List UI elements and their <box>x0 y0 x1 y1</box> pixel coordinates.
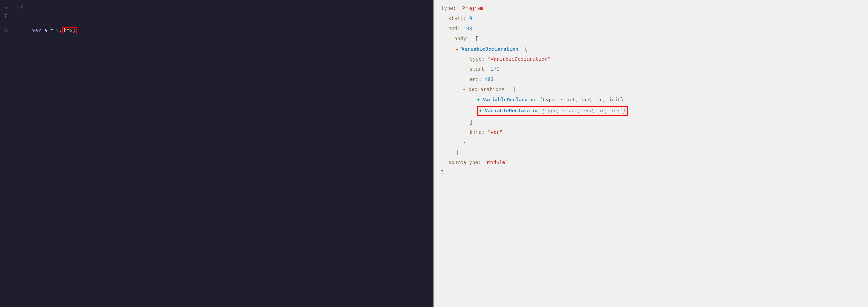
code-line-6: 6 */ <box>0 4 433 12</box>
code-editor: 6 */ 7 8 var a = 1,b=2; <box>0 0 434 307</box>
code-content-6: */ <box>14 5 23 11</box>
expand-vdeclarator2[interactable]: + <box>479 107 485 115</box>
ast-vdeclarator2: + VariableDeclarator {type, start, end, … <box>441 105 861 117</box>
ast-start: start: 0 <box>441 14 861 24</box>
ast-sourcetype: sourceType: "module" <box>441 158 861 168</box>
collapse-declarations[interactable]: - <box>463 86 469 94</box>
highlighted-vdeclarator2: + VariableDeclarator {type, start, end, … <box>477 106 628 116</box>
value-b2: b=2; <box>63 28 76 34</box>
ast-end-key: end <box>448 25 457 33</box>
ast-vdeclarator1: + VariableDeclarator {type, start, end, … <box>441 95 861 105</box>
expand-vdeclarator1[interactable]: + <box>477 96 483 104</box>
highlighted-code: b=2; <box>62 27 77 34</box>
value-1: 1, <box>56 28 62 34</box>
declarations-close-bracket: ] <box>470 118 473 126</box>
ast-vdeclarator1-name: VariableDeclarator <box>483 96 537 104</box>
ast-vd-end-key: end <box>470 76 479 84</box>
ast-vd-name: VariableDeclaration <box>461 45 519 53</box>
colon-kind: : <box>482 129 488 136</box>
ast-declarations-key: declarations <box>469 86 505 94</box>
ast-vd-close: } <box>441 137 861 147</box>
ast-start-value: 0 <box>469 15 472 22</box>
ast-body-close: ] <box>441 147 861 157</box>
code-line-7: 7 <box>0 12 433 21</box>
ast-panel: type: "Program" start: 0 end: 193 - body… <box>434 0 868 307</box>
vd-brace: { <box>518 45 527 53</box>
ast-end: end: 193 <box>441 24 861 34</box>
ast-sourcetype-key: sourceType <box>448 159 478 167</box>
line-number-8: 8 <box>0 28 14 34</box>
ast-sourcetype-value: "module" <box>484 159 508 167</box>
collapse-body[interactable]: - <box>448 35 454 43</box>
ast-vdeclarator2-name: VariableDeclarator <box>485 107 539 115</box>
ast-vd-end: end: 193 <box>441 75 861 85</box>
ast-body-key: body <box>454 35 466 43</box>
ast-type-value: "Program" <box>459 5 486 12</box>
ast-declarations: - declarations: [ <box>441 85 861 95</box>
vd-close-brace: } <box>463 139 465 146</box>
ast-type-key: type <box>441 5 453 12</box>
ast-vdeclarator2-props: {type, start, end, id, init} <box>539 107 626 115</box>
ast-vd-type-value: "VariableDeclaration" <box>487 55 550 63</box>
ast-kind-key: kind <box>470 129 482 136</box>
colon-sourcetype: : <box>478 159 484 167</box>
ast-declarations-close: ] <box>441 117 861 127</box>
ast-vd-type-key: type <box>470 55 482 63</box>
colon-vd-type: : <box>482 55 488 63</box>
vdeclarator1-brace: {type, start, end, id, init} <box>540 96 623 104</box>
line-number-7: 7 <box>0 14 14 19</box>
colon-2: : <box>463 15 469 22</box>
operator-eq: = <box>47 28 56 34</box>
ast-vdeclarator1-props <box>537 96 540 104</box>
ast-vd: - VariableDeclaration { <box>441 44 861 54</box>
ast-vd-start: start: 179 <box>441 64 861 74</box>
body-bracket: [ <box>475 35 478 43</box>
ast-kind-value: "var" <box>487 129 502 136</box>
colon-declarations: : [ <box>505 86 517 94</box>
ast-kind: kind: "var" <box>441 127 861 137</box>
collapse-vd[interactable]: - <box>455 45 461 53</box>
colon-body: : <box>466 35 475 43</box>
ast-end-value: 193 <box>463 25 472 33</box>
ast-vd-end-value: 193 <box>485 76 494 84</box>
code-line-8: 8 var a = 1,b=2; <box>0 21 433 41</box>
ast-vd-start-key: start <box>470 65 485 73</box>
ast-root-close: } <box>441 168 861 178</box>
ast-vd-start-value: 179 <box>491 65 500 73</box>
colon-1: : <box>453 5 459 12</box>
colon-vd-start: : <box>485 65 491 73</box>
colon-vd-end: : <box>479 76 485 84</box>
line-number-6: 6 <box>0 5 14 11</box>
colon-3: : <box>457 25 463 33</box>
root-close-brace: } <box>441 169 444 177</box>
code-content-8: var a = 1,b=2; <box>14 21 77 40</box>
body-close-bracket: ] <box>455 149 458 156</box>
keyword-var: var <box>32 28 44 34</box>
ast-vd-type: type: "VariableDeclaration" <box>441 54 861 64</box>
ast-type: type: "Program" <box>441 4 861 14</box>
ast-start-key: start <box>448 15 463 22</box>
ast-body: - body: [ <box>441 34 861 44</box>
